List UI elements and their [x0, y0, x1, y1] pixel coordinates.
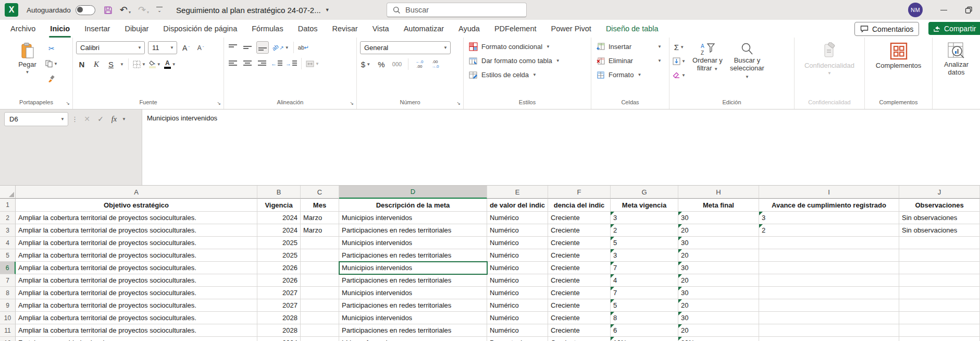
header-cell-D1[interactable]: Descripción de la meta: [339, 199, 487, 212]
cell-H5[interactable]: 20: [678, 249, 759, 262]
cell-F12[interactable]: Creciente: [548, 337, 611, 341]
cell-D4[interactable]: Municipios intervenidos: [339, 237, 487, 249]
cell-J6[interactable]: [899, 262, 980, 274]
avatar[interactable]: NM: [908, 3, 923, 17]
thousands-format-button[interactable]: 000: [391, 58, 403, 70]
tab-dibujar[interactable]: Dibujar: [117, 20, 156, 38]
bold-button[interactable]: N: [76, 58, 88, 70]
redo-button[interactable]: ↷▾: [138, 5, 149, 15]
header-cell-G1[interactable]: Meta vigencia: [611, 199, 678, 212]
tab-datos[interactable]: Datos: [291, 20, 325, 38]
increase-indent-button[interactable]: →: [286, 58, 297, 69]
cell-A9[interactable]: Ampliar la cobertura territorial de proy…: [16, 299, 257, 312]
cell-G9[interactable]: 5: [611, 299, 678, 312]
cell-A8[interactable]: Ampliar la cobertura territorial de proy…: [16, 287, 257, 299]
cell-I10[interactable]: [759, 312, 899, 324]
clear-button[interactable]: ▼: [673, 69, 686, 81]
header-cell-F1[interactable]: dencia del indic: [548, 199, 611, 212]
col-header-C[interactable]: C: [301, 186, 339, 199]
col-header-J[interactable]: J: [899, 186, 980, 199]
cell-D5[interactable]: Participaciones en redes territoriales: [339, 249, 487, 262]
cell-J10[interactable]: [899, 312, 980, 324]
cell-C7[interactable]: [301, 274, 339, 287]
tab-ayuda[interactable]: Ayuda: [451, 20, 487, 38]
cell-C9[interactable]: [301, 299, 339, 312]
cell-C11[interactable]: [301, 324, 339, 337]
copy-button[interactable]: ▼: [45, 58, 58, 69]
format-as-table-button[interactable]: Dar formato como tabla▼: [467, 54, 588, 68]
header-cell-E1[interactable]: de valor del indic: [487, 199, 548, 212]
cell-J7[interactable]: [899, 274, 980, 287]
col-header-E[interactable]: E: [487, 186, 548, 199]
align-center-button[interactable]: [242, 58, 253, 69]
cell-G11[interactable]: 6: [611, 324, 678, 337]
align-right-button[interactable]: [256, 58, 268, 69]
formula-input[interactable]: Municipios intervenidos: [142, 109, 980, 185]
cell-J9[interactable]: [899, 299, 980, 312]
col-header-G[interactable]: G: [611, 186, 678, 199]
row-header-5[interactable]: 5: [0, 249, 16, 262]
tab-pdfelement[interactable]: PDFelement: [487, 20, 544, 38]
italic-button[interactable]: K: [91, 58, 102, 70]
cell-B6[interactable]: 2026: [257, 262, 301, 274]
row-header-12[interactable]: 12: [0, 337, 16, 341]
cell-I2[interactable]: 3: [759, 212, 899, 224]
insert-cells-button[interactable]: Insertar▼: [594, 40, 666, 54]
cell-J12[interactable]: [899, 337, 980, 341]
analyze-data-button[interactable]: Analizar datos: [936, 41, 977, 98]
header-cell-I1[interactable]: Avance de cumplimiento registrado: [759, 199, 899, 212]
cell-B7[interactable]: 2026: [257, 274, 301, 287]
cell-G10[interactable]: 8: [611, 312, 678, 324]
cell-F6[interactable]: Creciente: [548, 262, 611, 274]
name-box[interactable]: D6▼: [4, 112, 68, 126]
tab-power-pivot[interactable]: Power Pivot: [544, 20, 599, 38]
cell-B2[interactable]: 2024: [257, 212, 301, 224]
underline-button[interactable]: S: [105, 58, 117, 70]
select-all-corner[interactable]: [0, 186, 16, 199]
cell-F3[interactable]: Creciente: [548, 224, 611, 237]
cell-J5[interactable]: [899, 249, 980, 262]
cell-E12[interactable]: Porcentual: [487, 337, 548, 341]
cell-E2[interactable]: Numérico: [487, 212, 548, 224]
autosum-button[interactable]: Σ▼: [673, 41, 686, 53]
wrap-text-button[interactable]: ab↵: [298, 42, 309, 53]
dialog-launcher-icon[interactable]: ↘: [217, 101, 221, 106]
row-header-9[interactable]: 9: [0, 299, 16, 312]
cell-B3[interactable]: 2024: [257, 224, 301, 237]
cell-C6[interactable]: [301, 262, 339, 274]
header-cell-B1[interactable]: Vigencia: [257, 199, 301, 212]
cell-J4[interactable]: [899, 237, 980, 249]
cell-A6[interactable]: Ampliar la cobertura territorial de proy…: [16, 262, 257, 274]
cell-H12[interactable]: 80%: [678, 337, 759, 341]
cell-E3[interactable]: Numérico: [487, 224, 548, 237]
col-header-D[interactable]: D: [339, 186, 487, 199]
cell-E4[interactable]: Numérico: [487, 237, 548, 249]
cell-C2[interactable]: Marzo: [301, 212, 339, 224]
tab-automatizar[interactable]: Automatizar: [396, 20, 451, 38]
cell-J3[interactable]: Sin observaciones: [899, 224, 980, 237]
percent-format-button[interactable]: %: [376, 58, 387, 70]
document-title[interactable]: Seguimiento al plan estratégico 24-07-2.…: [176, 6, 330, 15]
row-header-10[interactable]: 10: [0, 312, 16, 324]
tab-vista[interactable]: Vista: [365, 20, 396, 38]
cell-A5[interactable]: Ampliar la cobertura territorial de proy…: [16, 249, 257, 262]
restore-window-button[interactable]: [965, 6, 973, 14]
addins-button[interactable]: Complementos: [872, 41, 925, 98]
cell-D2[interactable]: Municipios intervenidos: [339, 212, 487, 224]
cell-D9[interactable]: Participaciones en redes territoriales: [339, 299, 487, 312]
cell-D3[interactable]: Participaciones en redes territoriales: [339, 224, 487, 237]
cell-F9[interactable]: Creciente: [548, 299, 611, 312]
decrease-indent-button[interactable]: ←: [271, 58, 282, 69]
font-name-select[interactable]: Calibri▼: [76, 41, 145, 54]
col-header-F[interactable]: F: [548, 186, 611, 199]
align-left-button[interactable]: [227, 58, 239, 69]
minimize-button[interactable]: [940, 10, 947, 10]
cell-C12[interactable]: [301, 337, 339, 341]
row-header-8[interactable]: 8: [0, 287, 16, 299]
cell-G8[interactable]: 7: [611, 287, 678, 299]
fill-button[interactable]: ▼: [673, 55, 686, 67]
tab-archivo[interactable]: Archivo: [3, 20, 43, 38]
header-cell-J1[interactable]: Observaciones: [899, 199, 980, 212]
cell-I6[interactable]: [759, 262, 899, 274]
fill-color-button[interactable]: ▼: [149, 58, 161, 70]
